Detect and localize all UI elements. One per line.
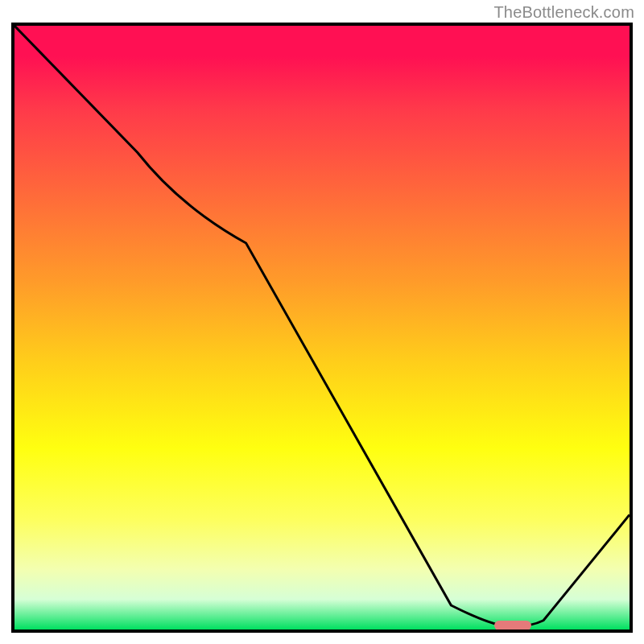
plot-area (14, 26, 630, 630)
watermark-text: TheBottleneck.com (493, 3, 634, 22)
curve-path (14, 26, 630, 627)
curve-svg (14, 26, 630, 630)
optimal-marker (494, 621, 531, 630)
plot-frame (11, 23, 633, 633)
